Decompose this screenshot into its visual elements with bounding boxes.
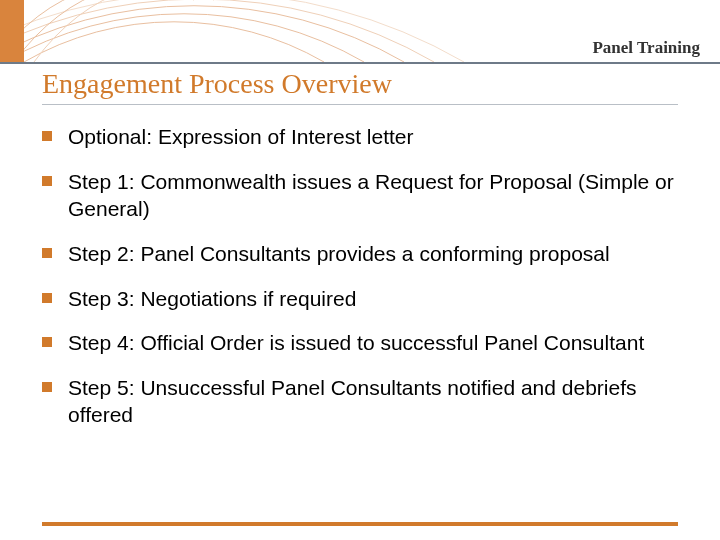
- banner: Panel Training: [0, 0, 720, 62]
- list-item-text: Step 3: Negotiations if required: [68, 286, 356, 313]
- header-label: Panel Training: [592, 38, 700, 58]
- bullet-icon: [42, 176, 52, 186]
- list-item: Optional: Expression of Interest letter: [42, 124, 678, 151]
- list-item-text: Step 1: Commonwealth issues a Request fo…: [68, 169, 678, 223]
- page-title: Engagement Process Overview: [42, 68, 392, 100]
- bullet-icon: [42, 131, 52, 141]
- list-item-text: Step 4: Official Order is issued to succ…: [68, 330, 644, 357]
- list-item: Step 5: Unsuccessful Panel Consultants n…: [42, 375, 678, 429]
- list-item: Step 4: Official Order is issued to succ…: [42, 330, 678, 357]
- rule-under-title: [42, 104, 678, 105]
- list-item: Step 2: Panel Consultants provides a con…: [42, 241, 678, 268]
- bullet-icon: [42, 293, 52, 303]
- list-item-text: Optional: Expression of Interest letter: [68, 124, 414, 151]
- list-item: Step 1: Commonwealth issues a Request fo…: [42, 169, 678, 223]
- content: Optional: Expression of Interest letter …: [42, 124, 678, 447]
- bullet-icon: [42, 382, 52, 392]
- list-item-text: Step 2: Panel Consultants provides a con…: [68, 241, 610, 268]
- bullet-icon: [42, 337, 52, 347]
- bullet-icon: [42, 248, 52, 258]
- rule-top: [0, 62, 720, 64]
- footer-rule: [42, 522, 678, 526]
- list-item-text: Step 5: Unsuccessful Panel Consultants n…: [68, 375, 678, 429]
- banner-accent-block: [0, 0, 24, 62]
- list-item: Step 3: Negotiations if required: [42, 286, 678, 313]
